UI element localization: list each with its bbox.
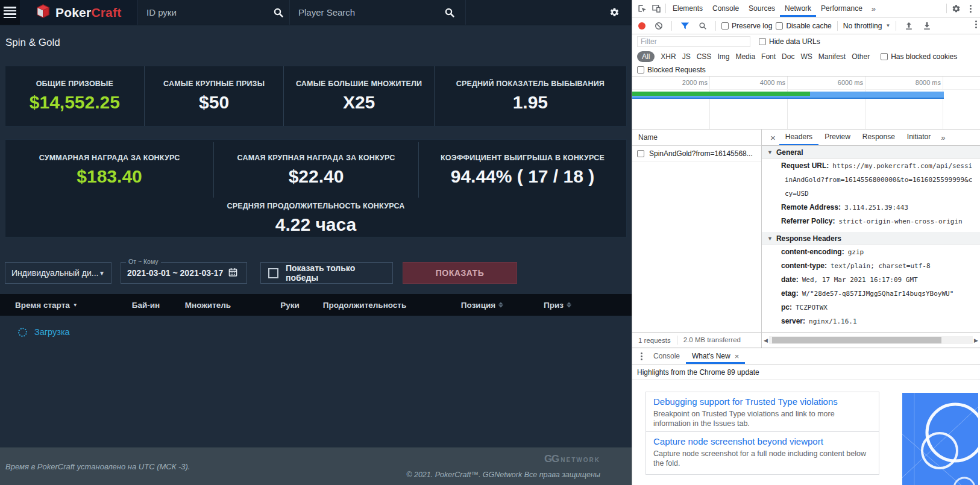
- filter-bar: Индивидуальный ди... ▼ От ~ Кому 2021-03…: [5, 262, 627, 284]
- chip-other[interactable]: Other: [852, 52, 870, 61]
- throttling-dropdown[interactable]: No throttling ▼: [843, 22, 891, 30]
- search-icon[interactable]: [696, 19, 710, 33]
- more-detail-tabs-icon[interactable]: »: [937, 130, 949, 145]
- drawer-tab-whats-new[interactable]: What's New ×: [686, 348, 745, 364]
- chip-js[interactable]: JS: [682, 52, 691, 61]
- column-hands[interactable]: Руки: [280, 301, 300, 310]
- tab-elements[interactable]: Elements: [668, 0, 708, 17]
- column-start-time[interactable]: Время старта▼: [15, 301, 78, 310]
- stat-value: $22.40: [289, 166, 344, 187]
- chip-css[interactable]: CSS: [697, 52, 712, 61]
- has-blocked-cookies-checkbox-group[interactable]: Has blocked cookies: [881, 52, 957, 61]
- separator: [896, 21, 896, 31]
- filter-funnel-icon[interactable]: [677, 19, 692, 33]
- hand-id-search-icon[interactable]: [271, 6, 286, 19]
- requests-count: 1 requests: [632, 337, 677, 344]
- record-button[interactable]: [638, 22, 645, 30]
- player-search-input[interactable]: [298, 7, 438, 17]
- chip-ws[interactable]: WS: [800, 52, 812, 61]
- preserve-log-checkbox-group[interactable]: Preserve log: [721, 22, 772, 30]
- scrollbar-thumb[interactable]: [772, 337, 941, 343]
- chip-media[interactable]: Media: [735, 52, 755, 61]
- device-toolbar-icon[interactable]: [649, 2, 664, 15]
- tab-preview[interactable]: Preview: [818, 130, 856, 145]
- drawer-menu-kebab-icon[interactable]: [641, 352, 642, 360]
- chip-doc[interactable]: Doc: [782, 52, 794, 61]
- menu-button[interactable]: [0, 0, 20, 25]
- tab-sources[interactable]: Sources: [744, 0, 780, 17]
- scrollbar-track[interactable]: [769, 336, 973, 344]
- inspect-element-icon[interactable]: [635, 2, 649, 15]
- request-row-checkbox[interactable]: [637, 150, 644, 157]
- hand-id-input[interactable]: [146, 7, 266, 17]
- calendar-icon[interactable]: [228, 268, 237, 279]
- separator: [946, 4, 947, 13]
- tab-console[interactable]: Console: [708, 0, 744, 17]
- chip-manifest[interactable]: Manifest: [818, 52, 846, 61]
- devtools-settings-gear-icon[interactable]: [949, 2, 963, 15]
- date-range-field[interactable]: От ~ Кому 2021-03-01 ~ 2021-03-17: [121, 262, 247, 284]
- column-duration[interactable]: Продолжительность: [323, 301, 407, 310]
- separator: [671, 21, 672, 31]
- transferred-size: 2.0 MB transferred: [677, 336, 747, 345]
- chip-font[interactable]: Font: [761, 52, 776, 61]
- tab-headers[interactable]: Headers: [779, 130, 818, 145]
- scroll-left-icon[interactable]: ◀: [764, 337, 768, 343]
- column-position[interactable]: Позиция: [461, 301, 503, 310]
- tab-initiator[interactable]: Initiator: [901, 130, 937, 145]
- settings-gear-icon[interactable]: [609, 0, 632, 25]
- loading-row: Загрузка: [0, 316, 632, 337]
- header-line: cy=USD: [762, 187, 980, 201]
- devtools-drawer: Console What's New × Highlights from the…: [632, 348, 980, 485]
- details-tabbar: × Headers Preview Response Initiator »: [762, 130, 980, 146]
- network-filter-input[interactable]: [637, 36, 750, 47]
- whats-new-link[interactable]: Capture node screenshot beyond viewport: [653, 436, 872, 446]
- whats-new-link[interactable]: Debugging support for Trusted Type viola…: [653, 396, 872, 407]
- pokercraft-logo[interactable]: PokerCraft: [20, 0, 137, 25]
- preserve-log-checkbox[interactable]: [721, 22, 729, 30]
- general-section-header[interactable]: ▼ General: [762, 146, 980, 159]
- close-icon[interactable]: ×: [767, 130, 779, 145]
- scroll-right-icon[interactable]: ▶: [974, 337, 978, 343]
- stat-label: КОЭФФИЦИЕНТ ВЫИГРЫША В КОНКУРСЕ: [441, 154, 605, 162]
- tab-network[interactable]: Network: [780, 0, 816, 17]
- has-blocked-cookies-checkbox[interactable]: [881, 53, 888, 60]
- clear-icon[interactable]: [652, 19, 666, 33]
- column-prize[interactable]: Приз: [544, 301, 571, 310]
- drawer-tab-console[interactable]: Console: [647, 348, 686, 364]
- close-icon[interactable]: ×: [735, 352, 740, 361]
- blocked-requests-checkbox-group[interactable]: Blocked Requests: [637, 66, 706, 74]
- network-overview-timeline[interactable]: 2000 ms 4000 ms 6000 ms 8000 ms: [632, 77, 980, 130]
- name-column-header[interactable]: Name: [632, 130, 761, 146]
- tab-performance[interactable]: Performance: [816, 0, 867, 17]
- stat-label: САМАЯ КРУПНАЯ НАГРАДА ЗА КОНКУРС: [237, 154, 395, 162]
- hide-data-urls-checkbox-group[interactable]: Hide data URLs: [759, 37, 820, 46]
- stat-contest-win-ratio: КОЭФФИЦИЕНТ ВЫИГРЫША В КОНКУРСЕ 94.44% (…: [419, 142, 626, 198]
- only-wins-checkbox-group[interactable]: Показать только победы: [260, 262, 393, 284]
- game-type-dropdown[interactable]: Индивидуальный ди... ▼: [5, 262, 112, 284]
- player-search-icon[interactable]: [442, 6, 457, 19]
- timeline-dom-loaded-segment: [632, 92, 810, 96]
- chip-img[interactable]: Img: [717, 52, 729, 61]
- column-buyin[interactable]: Бай-ин: [132, 301, 160, 310]
- devtools-menu-kebab-icon[interactable]: [963, 2, 978, 15]
- header-line: inAndGold?from=1614556800000&to=16160255…: [762, 173, 980, 187]
- only-wins-checkbox[interactable]: [268, 268, 278, 278]
- export-har-icon[interactable]: [920, 19, 934, 33]
- show-button[interactable]: ПОКАЗАТЬ: [403, 262, 517, 284]
- details-horizontal-scrollbar[interactable]: ◀ ▶: [762, 333, 980, 348]
- tab-response[interactable]: Response: [856, 130, 901, 145]
- column-multiplier[interactable]: Множитель: [185, 301, 231, 310]
- hide-data-urls-checkbox[interactable]: [759, 38, 766, 45]
- blocked-requests-checkbox[interactable]: [637, 66, 644, 74]
- chip-all[interactable]: All: [637, 51, 655, 62]
- chip-xhr[interactable]: XHR: [661, 52, 676, 61]
- request-row[interactable]: SpinAndGold?from=16145568...: [632, 146, 761, 162]
- network-settings-kebab-icon[interactable]: [969, 17, 980, 31]
- response-headers-section-header[interactable]: ▼ Response Headers: [762, 232, 980, 245]
- disable-cache-checkbox[interactable]: [776, 22, 783, 30]
- disable-cache-checkbox-group[interactable]: Disable cache: [776, 22, 831, 30]
- requests-name-column: Name SpinAndGold?from=16145568...: [632, 130, 762, 332]
- import-har-icon[interactable]: [902, 19, 916, 33]
- more-tabs-icon[interactable]: »: [867, 0, 880, 17]
